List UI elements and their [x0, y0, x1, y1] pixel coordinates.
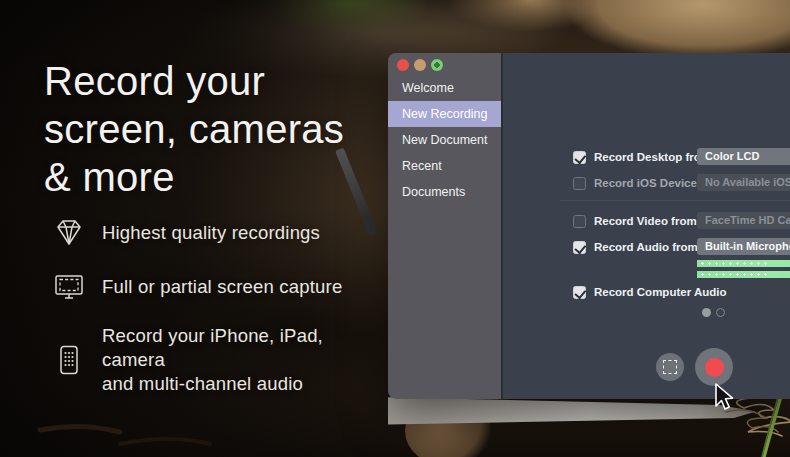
audio-level-meter-left — [697, 260, 790, 267]
record-audio-row: Record Audio from: — [573, 239, 702, 255]
hero-title-line3: & more — [44, 153, 344, 201]
hero-title-line2: screen, cameras — [44, 105, 344, 153]
window-sidebar: Welcome New Recording New Document Recen… — [388, 53, 503, 399]
sidebar-item-new-document[interactable]: New Document — [388, 127, 501, 153]
audio-source-select[interactable]: Built-in Microphone — [697, 238, 790, 255]
partial-screen-select-button[interactable] — [656, 353, 684, 381]
record-ios-label: Record iOS Device: — [594, 177, 701, 189]
close-button[interactable] — [397, 59, 409, 71]
page-dot-inactive[interactable] — [716, 308, 725, 317]
zoom-button[interactable] — [431, 59, 443, 71]
feature-devices: Record your iPhone, iPad, camera and mul… — [52, 324, 372, 396]
iphone-icon — [52, 343, 86, 377]
record-audio-checkbox[interactable] — [573, 241, 586, 254]
audio-level-meter-right — [697, 271, 790, 278]
sidebar-item-recent-documents[interactable]: Recent Documents — [388, 153, 501, 179]
section-divider — [560, 200, 790, 201]
record-desktop-checkbox[interactable] — [573, 151, 586, 164]
record-video-row: Record Video from: — [573, 213, 701, 229]
record-audio-label: Record Audio from: — [594, 241, 702, 253]
mouse-cursor — [714, 383, 734, 411]
sidebar-item-new-recording[interactable]: New Recording — [388, 101, 501, 127]
record-desktop-row: Record Desktop from: — [573, 149, 715, 165]
feature-screen-capture-label: Full or partial screen capture — [102, 275, 342, 299]
minimize-button[interactable] — [414, 59, 426, 71]
record-computer-audio-row: Record Computer Audio — [573, 284, 726, 300]
record-ios-row: Record iOS Device: — [573, 175, 701, 191]
hero-title-line1: Record your — [44, 57, 344, 105]
desktop-source-select[interactable]: Color LCD — [697, 148, 790, 165]
traffic-lights — [397, 59, 443, 71]
sidebar-item-welcome[interactable]: Welcome — [388, 75, 501, 101]
dashed-selection-icon — [663, 360, 677, 374]
sidebar-menu: Welcome New Recording New Document Recen… — [388, 75, 501, 179]
record-ios-checkbox[interactable] — [573, 177, 586, 190]
recording-options-panel: Record Desktop from: Color LCD Record iO… — [503, 53, 790, 399]
ios-source-select: No Available iOS Device — [697, 174, 790, 191]
record-video-checkbox[interactable] — [573, 215, 586, 228]
feature-quality: Highest quality recordings — [52, 216, 320, 250]
feature-screen-capture: Full or partial screen capture — [52, 270, 342, 304]
feature-devices-label: Record your iPhone, iPad, camera and mul… — [102, 324, 372, 396]
record-computer-audio-checkbox[interactable] — [573, 286, 586, 299]
hero-title: Record your screen, cameras & more — [44, 57, 344, 201]
feature-quality-label: Highest quality recordings — [102, 221, 320, 245]
diamond-icon — [52, 216, 86, 250]
record-video-label: Record Video from: — [594, 215, 701, 227]
record-button[interactable] — [695, 348, 733, 386]
screenshot-root: Record your screen, cameras & more Highe… — [0, 0, 790, 457]
screen-capture-icon — [52, 270, 86, 304]
app-window: Welcome New Recording New Document Recen… — [388, 53, 790, 399]
page-dot-active[interactable] — [702, 308, 711, 317]
record-computer-audio-label: Record Computer Audio — [594, 286, 726, 298]
video-source-select: FaceTime HD Camera — [697, 212, 790, 229]
page-dots — [702, 308, 725, 317]
record-icon — [705, 358, 724, 377]
